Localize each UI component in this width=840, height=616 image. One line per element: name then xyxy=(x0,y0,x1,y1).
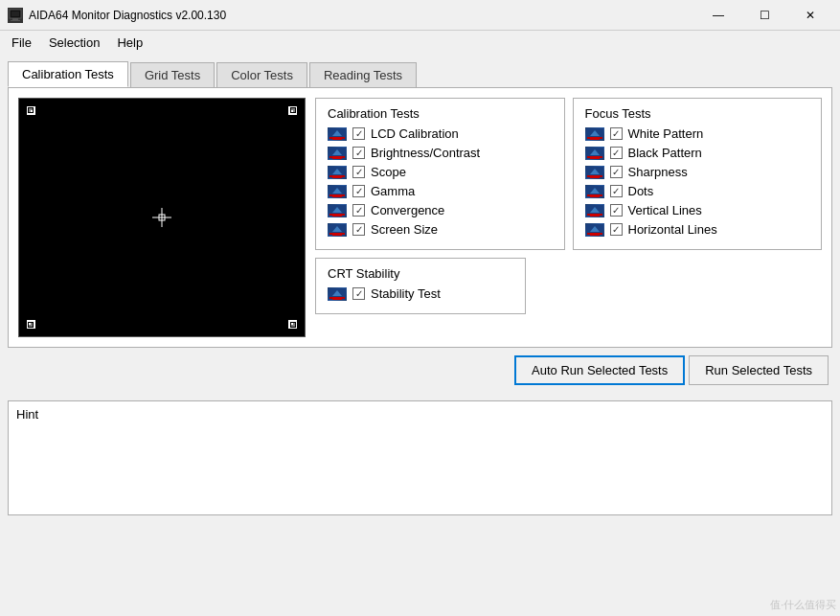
dots-checkbox[interactable]: ✓ xyxy=(610,185,623,197)
svg-rect-39 xyxy=(587,137,602,139)
svg-rect-27 xyxy=(329,175,345,177)
crt-stability-title: CRT Stability xyxy=(328,266,513,281)
convergence-checkbox[interactable]: ✓ xyxy=(352,204,365,217)
calibration-tests-group: Calibration Tests ✓ LCD Calibration xyxy=(315,98,565,250)
lcd-calibration-label: LCD Calibration xyxy=(371,126,459,141)
test-item-white-pattern[interactable]: ✓ White Pattern xyxy=(585,126,810,141)
brightness-contrast-icon xyxy=(328,147,347,160)
convergence-icon xyxy=(328,204,347,217)
lcd-calibration-checkbox[interactable]: ✓ xyxy=(352,127,365,140)
calibration-tests-title: Calibration Tests xyxy=(328,106,553,121)
tab-grid-tests[interactable]: Grid Tests xyxy=(130,62,215,87)
svg-rect-36 xyxy=(329,233,345,235)
focus-tests-group: Focus Tests ✓ White Pattern xyxy=(573,98,823,250)
vertical-lines-label: Vertical Lines xyxy=(628,203,702,217)
svg-rect-7 xyxy=(31,110,33,112)
horizontal-lines-checkbox[interactable]: ✓ xyxy=(610,223,623,236)
svg-rect-33 xyxy=(329,214,345,216)
black-pattern-icon xyxy=(585,147,604,160)
window-title: AIDA64 Monitor Diagnostics v2.00.130 xyxy=(29,9,226,22)
test-item-convergence[interactable]: ✓ Convergence xyxy=(328,203,553,217)
svg-rect-16 xyxy=(291,323,293,325)
menu-file[interactable]: File xyxy=(4,34,39,52)
vertical-lines-icon xyxy=(585,204,604,217)
close-button[interactable]: ✕ xyxy=(788,6,832,25)
svg-rect-42 xyxy=(587,156,602,158)
white-pattern-icon xyxy=(585,127,604,141)
stability-test-checkbox[interactable]: ✓ xyxy=(352,287,365,300)
tab-calibration-tests[interactable]: Calibration Tests xyxy=(8,61,128,87)
hint-label: Hint xyxy=(16,407,38,422)
screen-size-label: Screen Size xyxy=(371,222,438,237)
test-item-dots[interactable]: ✓ Dots xyxy=(585,184,810,198)
dots-label: Dots xyxy=(628,184,654,198)
test-item-sharpness[interactable]: ✓ Sharpness xyxy=(585,165,810,179)
test-item-black-pattern[interactable]: ✓ Black Pattern xyxy=(585,146,810,160)
menubar: File Selection Help xyxy=(0,31,840,54)
svg-rect-3 xyxy=(11,11,19,16)
main-window: Calibration Tests Grid Tests Color Tests… xyxy=(0,54,840,519)
vertical-lines-checkbox[interactable]: ✓ xyxy=(610,204,623,217)
black-pattern-label: Black Pattern xyxy=(628,146,702,160)
gamma-label: Gamma xyxy=(371,184,415,198)
svg-rect-48 xyxy=(587,194,602,196)
test-item-brightness-contrast[interactable]: ✓ Brightness/Contrast xyxy=(328,146,553,160)
button-row: Auto Run Selected Tests Run Selected Tes… xyxy=(11,355,829,385)
hint-area: Hint xyxy=(8,400,832,515)
sharpness-label: Sharpness xyxy=(628,165,688,179)
tests-row-bottom: CRT Stability ✓ Stability Test xyxy=(315,258,822,314)
tests-row-top: Calibration Tests ✓ LCD Calibration xyxy=(315,98,822,250)
watermark: 值·什么值得买 xyxy=(770,598,836,612)
tab-color-tests[interactable]: Color Tests xyxy=(216,62,307,87)
titlebar-left: AIDA64 Monitor Diagnostics v2.00.130 xyxy=(8,8,226,23)
tab-bar: Calibration Tests Grid Tests Color Tests… xyxy=(4,57,836,87)
test-item-scope[interactable]: ✓ Scope xyxy=(328,165,553,179)
maximize-button[interactable]: ☐ xyxy=(742,6,786,25)
tab-reading-tests[interactable]: Reading Tests xyxy=(309,62,417,87)
scope-checkbox[interactable]: ✓ xyxy=(352,166,365,178)
stability-test-icon xyxy=(328,287,347,301)
brightness-contrast-checkbox[interactable]: ✓ xyxy=(352,147,365,159)
sharpness-checkbox[interactable]: ✓ xyxy=(610,166,623,178)
test-item-horizontal-lines[interactable]: ✓ Horizontal Lines xyxy=(585,222,810,237)
sharpness-icon xyxy=(585,166,604,179)
focus-tests-title: Focus Tests xyxy=(585,106,810,121)
minimize-button[interactable]: — xyxy=(696,6,740,25)
corner-bl xyxy=(27,309,46,329)
run-selected-button[interactable]: Run Selected Tests xyxy=(689,355,829,385)
black-pattern-checkbox[interactable]: ✓ xyxy=(610,147,623,159)
horizontal-lines-icon xyxy=(585,223,604,237)
horizontal-lines-label: Horizontal Lines xyxy=(628,222,717,237)
screen-size-icon xyxy=(328,223,347,237)
auto-run-button[interactable]: Auto Run Selected Tests xyxy=(514,355,685,385)
white-pattern-checkbox[interactable]: ✓ xyxy=(610,127,623,140)
svg-rect-24 xyxy=(329,156,345,158)
lcd-calibration-icon xyxy=(328,127,347,141)
test-item-gamma[interactable]: ✓ Gamma xyxy=(328,184,553,198)
screen-size-checkbox[interactable]: ✓ xyxy=(352,223,365,236)
gamma-icon xyxy=(328,185,347,198)
stability-test-label: Stability Test xyxy=(371,286,441,301)
white-pattern-label: White Pattern xyxy=(628,126,704,141)
svg-rect-30 xyxy=(329,194,345,196)
gamma-checkbox[interactable]: ✓ xyxy=(352,185,365,197)
test-item-stability-test[interactable]: ✓ Stability Test xyxy=(328,286,513,301)
scope-icon xyxy=(328,166,347,179)
svg-rect-45 xyxy=(587,175,602,177)
titlebar-controls: — ☐ ✕ xyxy=(696,6,832,25)
test-item-lcd-calibration[interactable]: ✓ LCD Calibration xyxy=(328,126,553,141)
menu-selection[interactable]: Selection xyxy=(41,34,107,52)
test-item-vertical-lines[interactable]: ✓ Vertical Lines xyxy=(585,203,810,217)
svg-rect-57 xyxy=(329,297,345,299)
content-area: Calibration Tests ✓ LCD Calibration xyxy=(8,87,832,348)
app-icon xyxy=(8,8,23,23)
corner-br xyxy=(278,309,297,329)
menu-help[interactable]: Help xyxy=(109,34,150,52)
scope-label: Scope xyxy=(371,165,406,179)
tests-container: Calibration Tests ✓ LCD Calibration xyxy=(315,98,822,337)
test-item-screen-size[interactable]: ✓ Screen Size xyxy=(328,222,553,237)
corner-tr xyxy=(278,106,297,125)
titlebar: AIDA64 Monitor Diagnostics v2.00.130 — ☐… xyxy=(0,0,840,31)
svg-rect-10 xyxy=(291,110,293,112)
svg-rect-54 xyxy=(587,233,602,235)
